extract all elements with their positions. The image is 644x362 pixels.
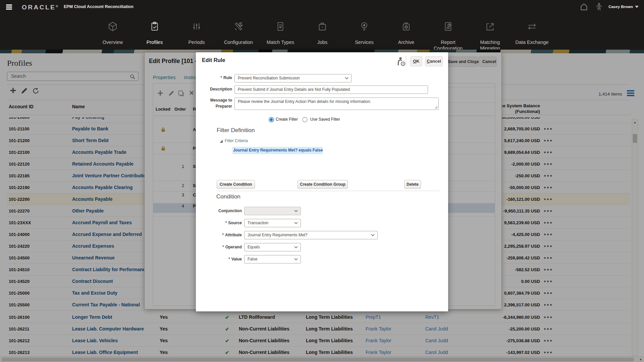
svg-text:?: ? [402,62,404,66]
